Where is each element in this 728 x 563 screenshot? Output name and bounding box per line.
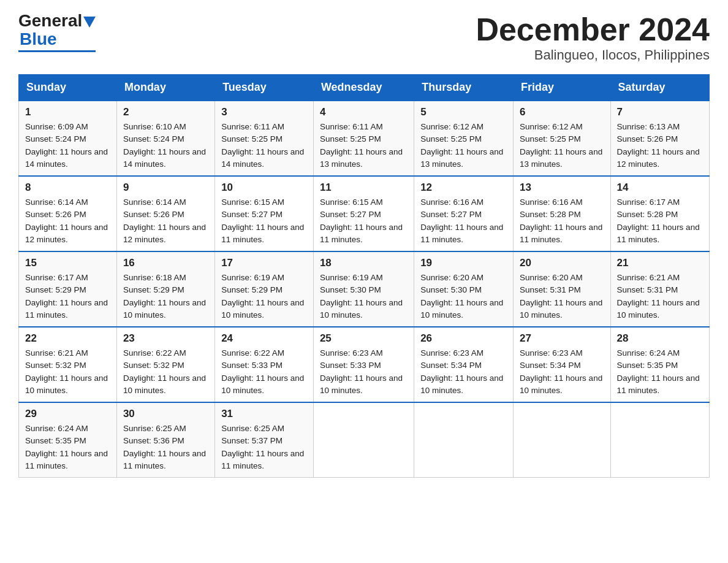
day-number: 12 [420, 182, 507, 194]
calendar-week-row: 22Sunrise: 6:21 AMSunset: 5:32 PMDayligh… [19, 327, 710, 402]
calendar-cell: 16Sunrise: 6:18 AMSunset: 5:29 PMDayligh… [116, 251, 214, 327]
calendar-cell [414, 402, 514, 478]
location-title: Balingueo, Ilocos, Philippines [476, 47, 710, 63]
day-number: 24 [221, 332, 307, 345]
calendar-week-row: 1Sunrise: 6:09 AMSunset: 5:24 PMDaylight… [19, 101, 710, 176]
calendar-cell: 21Sunrise: 6:21 AMSunset: 5:31 PMDayligh… [610, 251, 709, 327]
day-info: Sunrise: 6:13 AMSunset: 5:26 PMDaylight:… [617, 121, 703, 170]
day-number: 25 [320, 332, 408, 345]
calendar-cell: 22Sunrise: 6:21 AMSunset: 5:32 PMDayligh… [19, 327, 117, 402]
calendar-cell: 26Sunrise: 6:23 AMSunset: 5:34 PMDayligh… [414, 327, 514, 402]
day-number: 22 [25, 332, 110, 345]
day-info: Sunrise: 6:23 AMSunset: 5:33 PMDaylight:… [320, 347, 408, 397]
column-header-saturday: Saturday [610, 75, 709, 101]
calendar-cell: 8Sunrise: 6:14 AMSunset: 5:26 PMDaylight… [19, 176, 117, 251]
calendar-cell: 28Sunrise: 6:24 AMSunset: 5:35 PMDayligh… [610, 327, 709, 402]
day-info: Sunrise: 6:18 AMSunset: 5:29 PMDaylight:… [123, 272, 208, 321]
calendar-cell: 17Sunrise: 6:19 AMSunset: 5:29 PMDayligh… [215, 251, 314, 327]
calendar-cell: 9Sunrise: 6:14 AMSunset: 5:26 PMDaylight… [116, 176, 214, 251]
calendar-cell: 31Sunrise: 6:25 AMSunset: 5:37 PMDayligh… [215, 402, 314, 478]
day-number: 4 [320, 106, 408, 118]
day-info: Sunrise: 6:23 AMSunset: 5:34 PMDaylight:… [520, 347, 604, 397]
day-info: Sunrise: 6:24 AMSunset: 5:35 PMDaylight:… [25, 423, 110, 472]
day-info: Sunrise: 6:22 AMSunset: 5:33 PMDaylight:… [221, 347, 307, 397]
day-number: 18 [320, 257, 408, 269]
day-info: Sunrise: 6:25 AMSunset: 5:37 PMDaylight:… [221, 423, 307, 472]
calendar-cell [313, 402, 414, 478]
logo-underline [18, 50, 96, 52]
logo-general-text: General [18, 12, 82, 29]
day-number: 31 [221, 408, 307, 420]
day-info: Sunrise: 6:17 AMSunset: 5:28 PMDaylight:… [617, 196, 703, 246]
day-info: Sunrise: 6:19 AMSunset: 5:30 PMDaylight:… [320, 272, 408, 321]
day-info: Sunrise: 6:21 AMSunset: 5:31 PMDaylight:… [617, 272, 703, 321]
calendar-cell: 29Sunrise: 6:24 AMSunset: 5:35 PMDayligh… [19, 402, 117, 478]
day-info: Sunrise: 6:10 AMSunset: 5:24 PMDaylight:… [123, 121, 208, 170]
day-info: Sunrise: 6:11 AMSunset: 5:25 PMDaylight:… [320, 121, 408, 170]
day-number: 10 [221, 182, 307, 194]
day-number: 3 [221, 106, 307, 118]
calendar-cell: 23Sunrise: 6:22 AMSunset: 5:32 PMDayligh… [116, 327, 214, 402]
calendar-cell: 30Sunrise: 6:25 AMSunset: 5:36 PMDayligh… [116, 402, 214, 478]
calendar-cell: 11Sunrise: 6:15 AMSunset: 5:27 PMDayligh… [313, 176, 414, 251]
day-number: 5 [420, 106, 507, 118]
column-header-monday: Monday [116, 75, 214, 101]
day-number: 14 [617, 182, 703, 194]
day-info: Sunrise: 6:12 AMSunset: 5:25 PMDaylight:… [420, 121, 507, 170]
calendar-cell: 2Sunrise: 6:10 AMSunset: 5:24 PMDaylight… [116, 101, 214, 176]
title-area: December 2024 Balingueo, Ilocos, Philipp… [476, 12, 710, 63]
day-number: 26 [420, 332, 507, 345]
calendar-header-row: SundayMondayTuesdayWednesdayThursdayFrid… [19, 75, 710, 101]
column-header-thursday: Thursday [414, 75, 514, 101]
day-number: 19 [420, 257, 507, 269]
column-header-tuesday: Tuesday [215, 75, 314, 101]
day-info: Sunrise: 6:20 AMSunset: 5:30 PMDaylight:… [420, 272, 507, 321]
calendar-cell: 3Sunrise: 6:11 AMSunset: 5:25 PMDaylight… [215, 101, 314, 176]
day-info: Sunrise: 6:20 AMSunset: 5:31 PMDaylight:… [520, 272, 604, 321]
day-info: Sunrise: 6:15 AMSunset: 5:27 PMDaylight:… [221, 196, 307, 246]
day-number: 6 [520, 106, 604, 118]
day-number: 1 [25, 106, 110, 118]
day-number: 29 [25, 408, 110, 420]
calendar-cell [610, 402, 709, 478]
day-info: Sunrise: 6:16 AMSunset: 5:27 PMDaylight:… [420, 196, 507, 246]
calendar-cell: 18Sunrise: 6:19 AMSunset: 5:30 PMDayligh… [313, 251, 414, 327]
day-number: 9 [123, 182, 208, 194]
calendar-cell: 14Sunrise: 6:17 AMSunset: 5:28 PMDayligh… [610, 176, 709, 251]
day-info: Sunrise: 6:11 AMSunset: 5:25 PMDaylight:… [221, 121, 307, 170]
logo: General Blue [18, 12, 96, 52]
calendar-week-row: 29Sunrise: 6:24 AMSunset: 5:35 PMDayligh… [19, 402, 710, 478]
day-info: Sunrise: 6:17 AMSunset: 5:29 PMDaylight:… [25, 272, 110, 321]
calendar-cell: 19Sunrise: 6:20 AMSunset: 5:30 PMDayligh… [414, 251, 514, 327]
page-header: General Blue December 2024 Balingueo, Il… [18, 12, 710, 63]
calendar-cell: 24Sunrise: 6:22 AMSunset: 5:33 PMDayligh… [215, 327, 314, 402]
day-number: 2 [123, 106, 208, 118]
calendar-cell: 13Sunrise: 6:16 AMSunset: 5:28 PMDayligh… [514, 176, 611, 251]
day-number: 21 [617, 257, 703, 269]
day-number: 11 [320, 182, 408, 194]
calendar-cell: 1Sunrise: 6:09 AMSunset: 5:24 PMDaylight… [19, 101, 117, 176]
day-info: Sunrise: 6:21 AMSunset: 5:32 PMDaylight:… [25, 347, 110, 397]
day-info: Sunrise: 6:12 AMSunset: 5:25 PMDaylight:… [520, 121, 604, 170]
day-number: 17 [221, 257, 307, 269]
day-info: Sunrise: 6:22 AMSunset: 5:32 PMDaylight:… [123, 347, 208, 397]
day-info: Sunrise: 6:25 AMSunset: 5:36 PMDaylight:… [123, 423, 208, 472]
calendar-cell [514, 402, 611, 478]
calendar-cell: 27Sunrise: 6:23 AMSunset: 5:34 PMDayligh… [514, 327, 611, 402]
calendar-cell: 10Sunrise: 6:15 AMSunset: 5:27 PMDayligh… [215, 176, 314, 251]
day-number: 15 [25, 257, 110, 269]
day-number: 16 [123, 257, 208, 269]
calendar-table: SundayMondayTuesdayWednesdayThursdayFrid… [18, 74, 710, 478]
day-info: Sunrise: 6:15 AMSunset: 5:27 PMDaylight:… [320, 196, 408, 246]
calendar-cell: 25Sunrise: 6:23 AMSunset: 5:33 PMDayligh… [313, 327, 414, 402]
calendar-cell: 6Sunrise: 6:12 AMSunset: 5:25 PMDaylight… [514, 101, 611, 176]
column-header-sunday: Sunday [19, 75, 117, 101]
day-info: Sunrise: 6:14 AMSunset: 5:26 PMDaylight:… [123, 196, 208, 246]
calendar-cell: 4Sunrise: 6:11 AMSunset: 5:25 PMDaylight… [313, 101, 414, 176]
column-header-friday: Friday [514, 75, 611, 101]
day-number: 7 [617, 106, 703, 118]
month-title: December 2024 [476, 12, 710, 47]
calendar-cell: 7Sunrise: 6:13 AMSunset: 5:26 PMDaylight… [610, 101, 709, 176]
day-info: Sunrise: 6:16 AMSunset: 5:28 PMDaylight:… [520, 196, 604, 246]
calendar-week-row: 15Sunrise: 6:17 AMSunset: 5:29 PMDayligh… [19, 251, 710, 327]
